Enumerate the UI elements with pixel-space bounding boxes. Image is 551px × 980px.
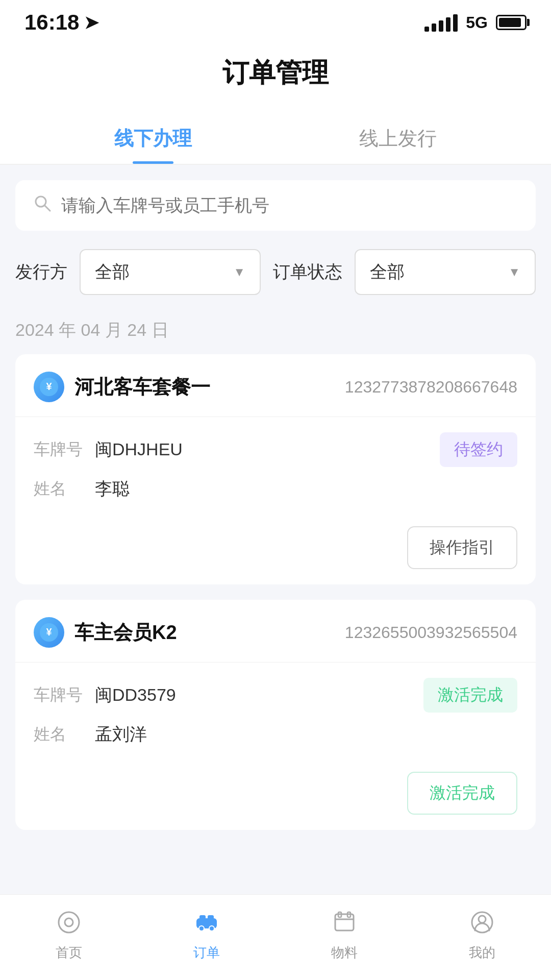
search-icon [33,193,52,217]
tab-online[interactable]: 线上发行 [276,111,520,164]
search-bar [15,180,536,231]
order-card-1: ¥ 河北客车套餐一 1232773878208667648 车牌号 [15,354,536,584]
svg-point-6 [59,912,79,933]
issuer-filter-label: 发行方 [15,260,67,284]
status-right: 5G [424,13,527,32]
svg-text:¥: ¥ [46,626,52,638]
status-bar: 16:18 ➤ 5G [0,0,551,40]
name-value-2: 孟刘洋 [95,723,147,746]
search-input[interactable] [61,195,518,215]
tab-bar: 线下办理 线上发行 [0,111,551,165]
status-badge-1: 待签约 [440,432,517,467]
nav-item-order[interactable]: 订单 [138,907,276,962]
svg-point-12 [209,926,214,931]
svg-rect-10 [208,915,214,919]
page-header: 订单管理 [0,40,551,111]
battery-icon [496,15,527,30]
svg-point-7 [65,918,73,926]
order-row-license-1: 车牌号 闽DHJHEU 待签约 [34,432,517,467]
nav-label-order: 订单 [193,944,220,962]
order-row-name-2: 姓名 孟刘洋 [34,723,517,746]
order-footer-1: 操作指引 [15,526,536,584]
home-icon [54,907,84,938]
page-title: 订单管理 [0,55,551,91]
svg-line-1 [44,205,50,211]
status-chevron-down-icon: ▼ [508,265,520,279]
svg-rect-9 [199,915,206,919]
order-row-license-2: 车牌号 闽DD3579 激活完成 [34,678,517,713]
svg-text:¥: ¥ [46,381,52,392]
mine-icon [467,907,497,938]
nav-item-home[interactable]: 首页 [0,907,138,962]
time-display: 16:18 [24,10,79,35]
action-button-1[interactable]: 操作指引 [407,526,517,569]
status-filter-label: 订单状态 [273,260,342,284]
action-button-2[interactable]: 激活完成 [407,772,517,815]
order-header-2: ¥ 车主会员K2 1232655003932565504 [15,600,536,663]
svg-point-18 [479,916,486,923]
main-content: 发行方 全部 ▼ 订单状态 全部 ▼ 2024 年 04 月 24 日 ¥ [0,165,551,861]
material-icon [329,907,360,938]
nav-item-mine[interactable]: 我的 [413,907,551,962]
order-name-1: 河北客车套餐一 [74,374,210,400]
order-body-2: 车牌号 闽DD3579 激活完成 姓名 孟刘洋 [15,663,536,772]
order-icon-1: ¥ [34,372,64,402]
order-icon-2: ¥ [34,617,64,648]
tab-offline[interactable]: 线下办理 [31,111,276,164]
nav-label-home: 首页 [56,944,82,962]
bottom-nav: 首页 订单 物料 [0,894,551,980]
name-label-2: 姓名 [34,723,85,746]
issuer-filter-select[interactable]: 全部 ▼ [80,249,261,295]
name-label-1: 姓名 [34,478,85,500]
order-name-2: 车主会员K2 [74,620,177,646]
name-value-1: 李聪 [95,477,130,501]
license-label-2: 车牌号 [34,684,85,706]
order-header-1: ¥ 河北客车套餐一 1232773878208667648 [15,354,536,417]
license-label-1: 车牌号 [34,438,85,461]
nav-label-mine: 我的 [469,944,495,962]
svg-point-11 [199,926,204,931]
network-type: 5G [466,13,488,32]
license-value-1: 闽DHJHEU [95,438,183,461]
date-group-label: 2024 年 04 月 24 日 [15,313,536,354]
order-header-left-2: ¥ 车主会员K2 [34,617,177,648]
order-header-left-1: ¥ 河北客车套餐一 [34,372,210,402]
location-icon: ➤ [84,12,98,33]
issuer-chevron-down-icon: ▼ [233,265,245,279]
order-number-1: 1232773878208667648 [345,378,517,397]
status-time: 16:18 ➤ [24,10,98,35]
order-number-2: 1232655003932565504 [345,623,517,642]
status-filter-select[interactable]: 全部 ▼ [355,249,536,295]
order-row-name-1: 姓名 李聪 [34,477,517,501]
order-footer-2: 激活完成 [15,772,536,830]
nav-item-material[interactable]: 物料 [276,907,413,962]
order-card-2: ¥ 车主会员K2 1232655003932565504 车牌号 [15,600,536,830]
status-badge-2: 激活完成 [423,678,517,713]
order-body-1: 车牌号 闽DHJHEU 待签约 姓名 李聪 [15,417,536,526]
license-value-2: 闽DD3579 [95,683,176,707]
nav-label-material: 物料 [331,944,358,962]
signal-bars-icon [424,13,458,32]
order-nav-icon [191,907,222,938]
filter-row: 发行方 全部 ▼ 订单状态 全部 ▼ [15,249,536,295]
